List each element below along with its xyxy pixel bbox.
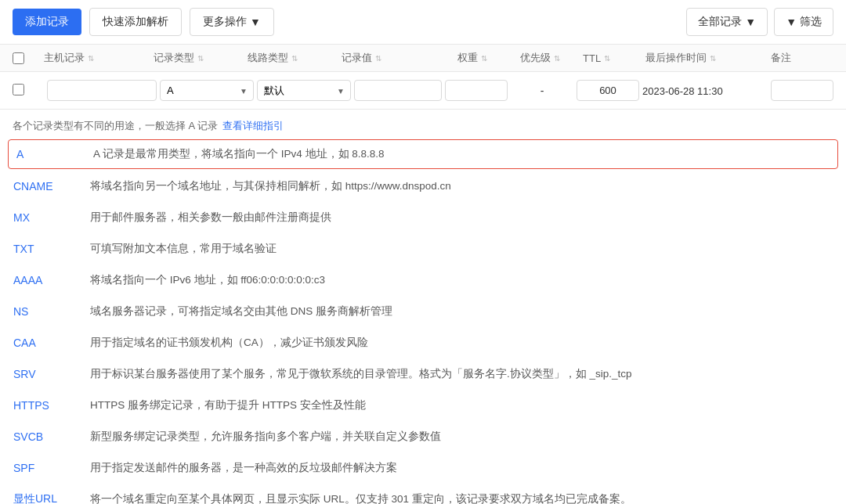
dns-list-item[interactable]: HTTPSHTTPS 服务绑定记录，有助于提升 HTTPS 安全性及性能 [0,390,846,421]
note-cell [771,80,833,101]
col-checkbox [13,51,44,65]
col-weight: 权重 ⇅ [457,51,520,65]
dns-desc-text: A 记录是最常用类型，将域名指向一个 IPv4 地址，如 8.8.8.8 [93,147,830,161]
toolbar-right: 全部记录 ▼ ▼ 筛选 [686,8,833,36]
dns-list-item[interactable]: TXT可填写附加文本信息，常用于域名验证 [0,233,846,265]
filter-icon: ▼ [786,16,797,28]
last-op-value: 2023-06-28 11:30 [642,85,723,97]
col-host: 主机记录 ⇅ [44,51,154,65]
sort-icon: ⇅ [375,54,381,63]
table-header: 主机记录 ⇅ 记录类型 ⇅ 线路类型 ⇅ 记录值 ⇅ 权重 ⇅ 优先级 ⇅ TT… [0,45,846,72]
dns-list-item[interactable]: NS域名服务器记录，可将指定域名交由其他 DNS 服务商解析管理 [0,296,846,327]
hint-link[interactable]: 查看详细指引 [222,119,284,133]
dns-type-label: TXT [13,243,84,255]
type-select[interactable]: A CNAME MX TXT AAAA NS CAA SRV HTTPS SVC… [160,80,254,101]
dns-type-label: SPF [13,462,84,474]
col-type: 记录类型 ⇅ [154,51,248,65]
dns-list-item[interactable]: AAAA将域名指向一个 IPv6 地址，如 ff06:0:0:0:0:0:0:c… [0,265,846,296]
dns-desc-text: 域名服务器记录，可将指定域名交由其他 DNS 服务商解析管理 [90,304,833,319]
col-note: 备注 [771,51,833,65]
dns-desc-text: 将域名指向一个 IPv6 地址，如 ff06:0:0:0:0:0:0:c3 [90,273,833,287]
chevron-down-icon: ▼ [745,16,756,28]
dns-list-item[interactable]: AA 记录是最常用类型，将域名指向一个 IPv4 地址，如 8.8.8.8 [8,139,838,169]
dns-type-label: CAA [13,337,84,349]
col-value: 记录值 ⇅ [342,51,457,65]
line-select[interactable]: 默认 电信 联通 移动 境外 [257,80,351,101]
dns-list-item[interactable]: CNAME将域名指向另一个域名地址，与其保持相同解析，如 https://www… [0,171,846,202]
toolbar: 添加记录 快速添加解析 更多操作 ▼ 全部记录 ▼ ▼ 筛选 [0,0,846,45]
dns-desc-text: 将一个域名重定向至某个具体网页，且显示实际 URL。仅支持 301 重定向，该记… [90,492,833,504]
weight-input-cell [445,80,508,101]
value-input-cell [354,80,442,101]
type-select-cell: A CNAME MX TXT AAAA NS CAA SRV HTTPS SVC… [160,80,254,101]
priority-cell: - [511,85,573,97]
ttl-cell: 600 [577,80,639,101]
sort-icon: ⇅ [197,54,204,63]
sort-icon: ⇅ [481,54,487,63]
sort-icon: ⇅ [710,54,716,63]
dns-desc-text: 可填写附加文本信息，常用于域名验证 [90,242,833,256]
dns-record-list: AA 记录是最常用类型，将域名指向一个 IPv4 地址，如 8.8.8.8CNA… [0,139,846,504]
hint-text: 各个记录类型有不同的用途，一般选择 A 记录 [13,119,218,133]
more-ops-button[interactable]: 更多操作 ▼ [190,8,274,36]
weight-input[interactable] [445,80,508,101]
add-record-button[interactable]: 添加记录 [13,9,81,35]
dns-type-label: CNAME [13,180,84,193]
dns-desc-text: 用于邮件服务器，相关参数一般由邮件注册商提供 [90,211,833,225]
row-checkbox[interactable] [13,84,24,95]
quick-add-button[interactable]: 快速添加解析 [89,8,182,36]
line-select-cell: 默认 电信 联通 移动 境外 ▼ [257,80,351,101]
dns-type-label: NS [13,305,84,318]
col-priority: 优先级 ⇅ [520,51,583,65]
sort-icon: ⇅ [604,54,610,63]
row-checkbox-cell [13,84,44,98]
all-records-button[interactable]: 全部记录 ▼ [686,8,768,36]
dns-desc-text: 将域名指向另一个域名地址，与其保持相同解析，如 https://www.dnsp… [90,179,833,193]
dns-desc-text: 用于标识某台服务器使用了某个服务，常见于微软系统的目录管理。格式为「服务名字.协… [90,367,833,381]
host-input-cell [47,80,157,101]
col-line: 线路类型 ⇅ [248,51,342,65]
type-select-wrap: A CNAME MX TXT AAAA NS CAA SRV HTTPS SVC… [160,80,254,101]
line-select-wrap: 默认 电信 联通 移动 境外 ▼ [257,80,351,101]
dns-list-item[interactable]: SPF用于指定发送邮件的服务器，是一种高效的反垃圾邮件解决方案 [0,452,846,484]
dns-desc-text: 用于指定发送邮件的服务器，是一种高效的反垃圾邮件解决方案 [90,461,833,475]
host-input[interactable] [47,80,157,101]
more-ops-label: 更多操作 [203,15,247,29]
content-area: 主机记录 ⇅ 记录类型 ⇅ 线路类型 ⇅ 记录值 ⇅ 权重 ⇅ 优先级 ⇅ TT… [0,45,846,504]
filter-label: 筛选 [800,15,822,29]
dns-type-label: 显性URL [13,492,84,504]
dns-type-label: AAAA [13,274,84,286]
dns-type-label: SVCB [13,430,84,443]
input-row: A CNAME MX TXT AAAA NS CAA SRV HTTPS SVC… [0,72,846,110]
note-input[interactable] [771,80,833,101]
chevron-down-icon: ▼ [250,16,261,28]
value-input[interactable] [354,80,442,101]
filter-button[interactable]: ▼ 筛选 [774,8,833,36]
dns-type-label: A [16,148,87,160]
dns-type-label: HTTPS [13,399,84,412]
sort-icon: ⇅ [88,54,94,63]
select-all-checkbox[interactable] [13,52,24,64]
sort-icon: ⇅ [554,54,560,63]
sort-icon: ⇅ [291,54,298,63]
col-ttl: TTL ⇅ [583,51,645,65]
dns-desc-text: 新型服务绑定记录类型，允许服务指向多个客户端，并关联自定义参数值 [90,430,833,444]
dns-list-item[interactable]: SRV用于标识某台服务器使用了某个服务，常见于微软系统的目录管理。格式为「服务名… [0,358,846,390]
dns-list-item[interactable]: SVCB新型服务绑定记录类型，允许服务指向多个客户端，并关联自定义参数值 [0,421,846,452]
col-last-op: 最后操作时间 ⇅ [645,51,771,65]
dns-list-item[interactable]: MX用于邮件服务器，相关参数一般由邮件注册商提供 [0,202,846,233]
dns-type-label: SRV [13,368,84,380]
dns-list-item[interactable]: CAA用于指定域名的证书颁发机构（CA），减少证书颁发风险 [0,327,846,358]
last-op-cell: 2023-06-28 11:30 [642,85,768,97]
dns-desc-text: 用于指定域名的证书颁发机构（CA），减少证书颁发风险 [90,336,833,350]
all-records-label: 全部记录 [698,15,742,29]
hint-section: 各个记录类型有不同的用途，一般选择 A 记录 查看详细指引 [0,110,846,138]
dns-list-item[interactable]: 显性URL将一个域名重定向至某个具体网页，且显示实际 URL。仅支持 301 重… [0,484,846,504]
dns-type-label: MX [13,211,84,224]
dns-desc-text: HTTPS 服务绑定记录，有助于提升 HTTPS 安全性及性能 [90,398,833,412]
ttl-value: 600 [577,80,639,101]
